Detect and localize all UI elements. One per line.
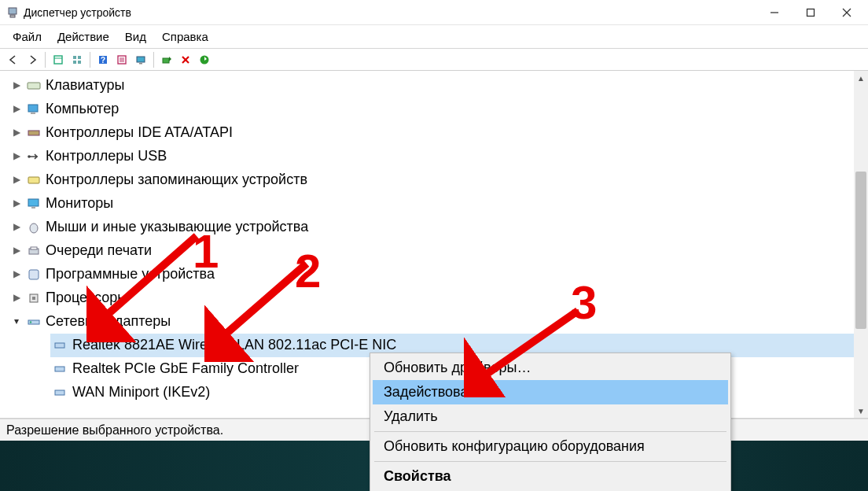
disable-button[interactable] — [177, 51, 194, 68]
chevron-right-icon[interactable]: ▶ — [11, 104, 22, 115]
svg-rect-29 — [28, 177, 39, 183]
chevron-right-icon[interactable]: ▶ — [11, 151, 22, 162]
svg-rect-40 — [55, 343, 64, 348]
close-button[interactable] — [829, 0, 865, 25]
back-button[interactable] — [5, 51, 22, 68]
separator — [90, 52, 90, 68]
svg-rect-9 — [78, 56, 81, 59]
chevron-right-icon[interactable]: ▶ — [11, 269, 22, 280]
network-icon — [27, 315, 41, 329]
scroll-up-icon[interactable]: ▲ — [854, 71, 868, 85]
menu-help[interactable]: Справка — [154, 27, 216, 46]
svg-point-32 — [30, 223, 38, 233]
svg-rect-3 — [807, 9, 815, 16]
tree-item-monitors[interactable]: ▶ Мониторы — [11, 192, 868, 216]
nic-icon — [53, 386, 68, 400]
svg-point-39 — [30, 321, 31, 323]
chevron-right-icon[interactable]: ▶ — [11, 127, 22, 138]
svg-rect-34 — [31, 247, 37, 249]
maximize-button[interactable] — [793, 0, 829, 25]
svg-text:?: ? — [101, 56, 105, 65]
usb-icon — [27, 150, 41, 164]
svg-rect-24 — [28, 83, 40, 89]
svg-rect-1 — [10, 15, 15, 17]
svg-rect-8 — [73, 56, 76, 59]
svg-rect-6 — [54, 56, 62, 64]
annotation-number-1: 1 — [193, 224, 219, 279]
chevron-right-icon[interactable]: ▶ — [11, 80, 22, 91]
tree-label: Мониторы — [46, 192, 113, 216]
svg-rect-19 — [139, 63, 142, 65]
tree-label: Контроллеры запоминающих устройств — [46, 168, 307, 192]
menu-action[interactable]: Действие — [50, 27, 117, 46]
svg-rect-25 — [28, 105, 38, 112]
svg-rect-41 — [55, 367, 64, 371]
svg-point-28 — [28, 155, 31, 158]
update-button[interactable] — [196, 51, 213, 68]
svg-rect-35 — [29, 270, 39, 279]
menu-file[interactable]: Файл — [5, 27, 50, 46]
svg-rect-37 — [32, 297, 35, 300]
svg-rect-27 — [28, 131, 39, 135]
show-hidden-button[interactable] — [50, 51, 67, 68]
separator — [153, 52, 154, 68]
tree-item-usb[interactable]: ▶ Контроллеры USB — [11, 145, 868, 168]
chevron-down-icon[interactable]: ▾ — [11, 316, 22, 327]
chevron-right-icon[interactable]: ▶ — [11, 293, 22, 304]
scroll-thumb[interactable] — [855, 172, 866, 329]
toolbar: ? — [0, 49, 868, 71]
storage-icon — [27, 173, 41, 187]
software-icon — [27, 268, 41, 282]
chevron-right-icon[interactable]: ▶ — [11, 198, 22, 209]
monitor-button[interactable] — [132, 51, 149, 68]
nic-icon — [53, 362, 68, 376]
tree-label: Контроллеры IDE ATA/ATAPI — [46, 121, 233, 145]
tree-item-storage[interactable]: ▶ Контроллеры запоминающих устройств — [11, 168, 868, 192]
view-icons-button[interactable] — [68, 51, 86, 68]
ide-icon — [27, 126, 41, 140]
computer-icon — [27, 102, 41, 116]
properties-button[interactable] — [113, 51, 131, 68]
help-button[interactable]: ? — [94, 51, 112, 68]
svg-line-43 — [98, 236, 197, 323]
scan-hardware-button[interactable] — [158, 51, 175, 68]
tree-label: Контроллеры USB — [46, 145, 167, 168]
svg-rect-18 — [137, 57, 145, 62]
svg-line-44 — [216, 264, 307, 342]
menubar: Файл Действие Вид Справка — [0, 25, 868, 49]
tree-label: WAN Miniport (IKEv2) — [72, 381, 210, 404]
tree-item-ide[interactable]: ▶ Контроллеры IDE ATA/ATAPI — [11, 121, 868, 145]
menu-view[interactable]: Вид — [117, 27, 154, 46]
forward-button[interactable] — [24, 51, 41, 68]
svg-rect-26 — [31, 113, 35, 114]
titlebar: Диспетчер устройств — [0, 0, 868, 25]
svg-rect-0 — [9, 8, 17, 14]
tree-item-computer[interactable]: ▶ Компьютер — [11, 98, 868, 121]
cm-scan-hardware[interactable]: Обновить конфигурацию оборудования — [373, 434, 728, 459]
annotation-number-3: 3 — [571, 275, 597, 330]
vertical-scrollbar[interactable]: ▲ ▼ — [854, 71, 868, 418]
svg-rect-11 — [78, 61, 81, 64]
nic-icon — [53, 338, 68, 353]
monitor-icon — [27, 197, 41, 211]
svg-rect-10 — [73, 61, 76, 64]
printer-icon — [27, 244, 41, 258]
separator — [45, 52, 46, 68]
keyboard-icon — [27, 79, 41, 93]
cm-separator — [374, 461, 726, 462]
tree-label: Клавиатуры — [46, 74, 124, 98]
tree-item-keyboards[interactable]: ▶ Клавиатуры — [11, 74, 868, 98]
chevron-right-icon[interactable]: ▶ — [11, 246, 22, 257]
scroll-down-icon[interactable]: ▼ — [854, 404, 868, 418]
svg-rect-20 — [163, 58, 169, 63]
app-icon — [6, 6, 19, 19]
chevron-right-icon[interactable]: ▶ — [11, 222, 22, 233]
cm-separator — [374, 431, 726, 432]
scroll-track[interactable] — [854, 85, 868, 404]
cm-delete[interactable]: Удалить — [373, 404, 728, 429]
minimize-button[interactable] — [756, 0, 793, 25]
chevron-right-icon[interactable]: ▶ — [11, 175, 22, 186]
tree-label: Компьютер — [46, 98, 119, 121]
svg-line-45 — [476, 311, 578, 382]
cm-properties[interactable]: Свойства — [373, 464, 728, 489]
